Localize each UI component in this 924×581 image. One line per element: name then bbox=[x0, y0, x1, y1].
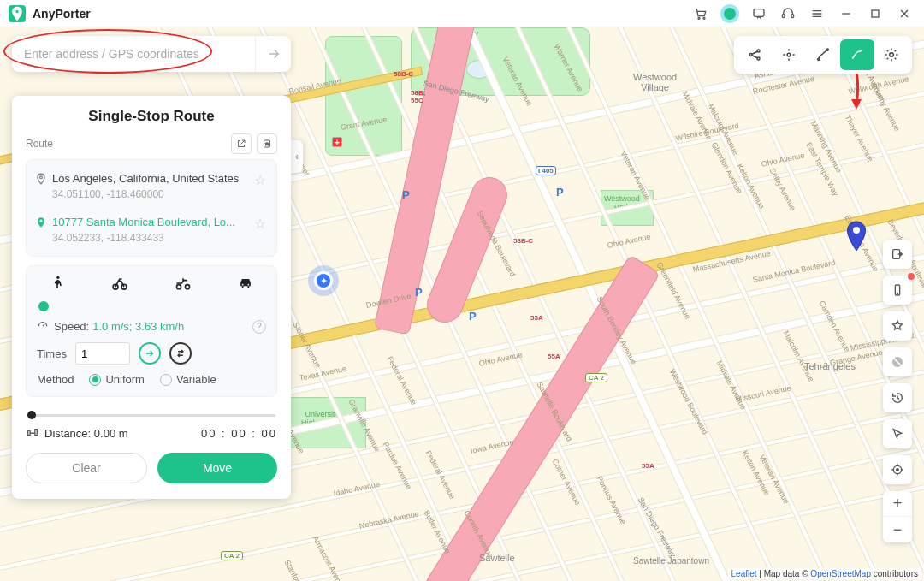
speedometer-icon bbox=[37, 319, 49, 334]
stop-address: 10777 Santa Monica Boulevard, Lo... bbox=[52, 216, 252, 228]
support-icon[interactable] bbox=[773, 1, 803, 27]
svg-point-25 bbox=[176, 285, 181, 289]
speed-help-button[interactable]: ? bbox=[252, 320, 266, 334]
map-label-westwood-village: Westwood Village bbox=[633, 72, 677, 92]
mode-car[interactable] bbox=[228, 275, 263, 295]
stop-address: Los Angeles, California, United States bbox=[52, 172, 252, 185]
svg-point-12 bbox=[826, 49, 828, 50]
route-stop-end[interactable]: 10777 Santa Monica Boulevard, Lo... 34.0… bbox=[35, 210, 268, 249]
route-panel: Single-Stop Route Route Los Angeles, Cal… bbox=[12, 96, 291, 499]
export-button[interactable] bbox=[883, 240, 912, 269]
panel-collapse-button[interactable]: ‹ bbox=[291, 140, 303, 173]
app-logo bbox=[9, 5, 26, 22]
svg-point-26 bbox=[185, 285, 189, 289]
mode-joystick[interactable] bbox=[772, 39, 806, 70]
mode-walk[interactable] bbox=[40, 275, 74, 295]
speed-value: 1.0 m/s; 3.63 km/h bbox=[92, 320, 184, 333]
history-button[interactable] bbox=[883, 383, 912, 412]
svg-point-0 bbox=[698, 17, 700, 19]
svg-point-7 bbox=[749, 54, 752, 56]
svg-point-19 bbox=[897, 469, 899, 471]
svg-point-27 bbox=[242, 284, 244, 286]
panel-title: Single-Stop Route bbox=[26, 108, 277, 125]
search-go-button[interactable] bbox=[255, 36, 291, 72]
open-external-button[interactable] bbox=[231, 133, 252, 154]
user-location-marker: ✦ bbox=[308, 265, 339, 296]
search-input[interactable] bbox=[12, 47, 255, 61]
svg-point-22 bbox=[56, 276, 59, 279]
stop-coords: 34.052233, -118.433433 bbox=[52, 232, 252, 244]
titlebar: AnyPorter bbox=[0, 0, 924, 27]
svg-point-21 bbox=[40, 176, 43, 179]
shield-i405: I 405 bbox=[536, 166, 556, 175]
destination-pin bbox=[845, 221, 868, 252]
svg-point-9 bbox=[757, 57, 760, 60]
map-attribution: Leaflet | Map data © OpenStreetMap contr… bbox=[728, 568, 921, 579]
loop-reverse-button[interactable] bbox=[169, 342, 192, 365]
distance-label: Distance: bbox=[44, 427, 91, 440]
route-stop-start[interactable]: Los Angeles, California, United States 3… bbox=[35, 167, 268, 205]
zoom-in-button[interactable]: + bbox=[883, 491, 912, 517]
menu-icon[interactable] bbox=[803, 1, 832, 27]
cart-icon[interactable] bbox=[686, 1, 715, 27]
svg-point-8 bbox=[757, 50, 760, 52]
mode-singlestop[interactable] bbox=[840, 39, 874, 70]
devices-button[interactable] bbox=[883, 276, 912, 305]
user-avatar[interactable] bbox=[720, 4, 739, 23]
svg-point-24 bbox=[121, 284, 127, 289]
move-button[interactable]: Move bbox=[157, 453, 277, 483]
method-variable-radio[interactable]: Variable bbox=[160, 373, 216, 386]
pin-filled-icon bbox=[35, 216, 52, 232]
clear-button[interactable]: Clear bbox=[26, 453, 147, 483]
hospital-icon: + bbox=[332, 137, 342, 147]
times-label: Times bbox=[37, 347, 67, 360]
distance-value: 0.00 m bbox=[94, 427, 128, 440]
mode-settings[interactable] bbox=[874, 39, 909, 70]
search-bar bbox=[12, 36, 291, 72]
loop-forward-button[interactable] bbox=[139, 342, 161, 365]
close-button[interactable] bbox=[890, 1, 919, 27]
progress-slider[interactable] bbox=[27, 411, 275, 419]
zoom-out-button[interactable]: − bbox=[883, 517, 912, 542]
svg-point-23 bbox=[113, 284, 118, 289]
movement-settings-card: Speed: 1.0 m/s; 3.63 km/h ? Times Method… bbox=[26, 265, 277, 397]
maximize-button[interactable] bbox=[861, 1, 890, 27]
mode-toolbar bbox=[734, 36, 912, 74]
shield-ca2a: CA 2 bbox=[585, 373, 607, 382]
svg-point-10 bbox=[787, 53, 791, 56]
mode-motorbike[interactable] bbox=[166, 275, 200, 295]
mode-teleport[interactable] bbox=[737, 39, 772, 70]
parking-icon: P bbox=[556, 186, 564, 199]
method-label: Method bbox=[37, 373, 74, 386]
svg-point-6 bbox=[853, 227, 860, 234]
locate-button[interactable] bbox=[883, 455, 912, 484]
favorite-stop-button[interactable]: ☆ bbox=[252, 216, 268, 232]
svg-rect-3 bbox=[782, 14, 785, 17]
bookmark-route-button[interactable] bbox=[257, 133, 277, 154]
stop-coords: 34.051100, -118.460000 bbox=[52, 188, 252, 200]
method-uniform-radio[interactable]: Uniform bbox=[89, 373, 145, 386]
shield-ca2b: CA 2 bbox=[221, 551, 243, 560]
svg-point-28 bbox=[247, 284, 249, 286]
svg-rect-4 bbox=[791, 14, 794, 17]
mode-bike[interactable] bbox=[103, 275, 137, 295]
favorite-stop-button[interactable]: ☆ bbox=[252, 172, 268, 188]
distance-icon bbox=[26, 426, 39, 441]
visibility-button[interactable] bbox=[883, 347, 912, 376]
cursor-button[interactable] bbox=[883, 419, 912, 448]
app-name: AnyPorter bbox=[33, 7, 91, 21]
transport-slider[interactable] bbox=[38, 302, 264, 311]
pin-outline-icon bbox=[35, 172, 52, 188]
annotation-arrow bbox=[846, 70, 867, 115]
favorites-button[interactable] bbox=[883, 311, 912, 341]
minimize-button[interactable] bbox=[832, 1, 861, 27]
transport-modes bbox=[37, 275, 266, 300]
svg-rect-5 bbox=[872, 10, 879, 17]
route-stops-card: Los Angeles, California, United States 3… bbox=[26, 159, 277, 257]
svg-point-1 bbox=[703, 17, 705, 19]
times-input[interactable] bbox=[75, 342, 130, 365]
time-value: 00 : 00 : 00 bbox=[201, 427, 277, 440]
mode-multistop[interactable] bbox=[806, 39, 840, 70]
feedback-icon[interactable] bbox=[744, 1, 773, 27]
svg-point-13 bbox=[890, 53, 894, 57]
